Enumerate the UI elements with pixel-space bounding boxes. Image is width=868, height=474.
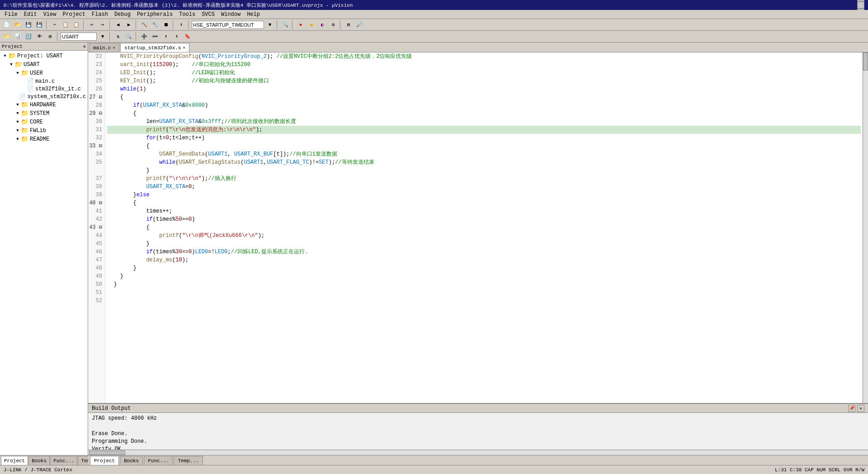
expand-icon[interactable]: ▼ bbox=[14, 111, 21, 116]
expand-icon[interactable]: ▼ bbox=[2, 54, 8, 58]
tree-fwlib-folder[interactable]: ▼ 📁 FWLib bbox=[0, 126, 88, 135]
target-input[interactable] bbox=[192, 21, 264, 29]
stop-button[interactable]: ⏹ bbox=[161, 20, 171, 30]
search-button[interactable]: 🔍 bbox=[280, 20, 290, 30]
code-line-41[interactable]: times++; bbox=[107, 207, 861, 215]
redo-button[interactable]: ↪ bbox=[98, 20, 108, 30]
code-line-27[interactable]: { bbox=[107, 93, 861, 101]
code-content[interactable]: NVIC_PriorityGroupConfig(NVIC_PriorityGr… bbox=[105, 52, 863, 403]
vertical-scrollbar[interactable] bbox=[863, 52, 868, 403]
expand-icon[interactable]: ▼ bbox=[14, 103, 21, 107]
code-line-35[interactable]: while(USART_GetFlagStatus(USART1,USART_F… bbox=[107, 158, 861, 166]
sb-tab-books[interactable]: Books bbox=[28, 456, 50, 465]
down-button[interactable]: ⬇ bbox=[172, 32, 182, 42]
code-line-24[interactable]: LED_Init(); //LED端口初始化 bbox=[107, 69, 861, 77]
code-line-49[interactable]: } bbox=[107, 272, 861, 280]
code-line-29[interactable]: { bbox=[107, 109, 861, 118]
paste-button[interactable]: 📋 bbox=[71, 20, 81, 30]
add-button[interactable]: ➕ bbox=[139, 32, 149, 42]
bookmark-button[interactable]: 🔖 bbox=[183, 32, 193, 42]
bottom-tab-books[interactable]: Books bbox=[120, 456, 143, 465]
rebuild-button[interactable]: 🔧 bbox=[150, 20, 160, 30]
sort-button[interactable]: ⇅ bbox=[113, 32, 123, 42]
code-line-38[interactable]: USART_RX_STA=0; bbox=[107, 183, 861, 191]
tab-main-c[interactable]: main.c ✕ bbox=[89, 43, 119, 52]
save-all-button[interactable]: 💾 bbox=[34, 20, 44, 30]
menu-file[interactable]: File bbox=[2, 11, 20, 18]
ln-40[interactable]: 40 ⊟ bbox=[88, 199, 105, 207]
filter-button[interactable]: 🔍 bbox=[124, 32, 134, 42]
code-line-28[interactable]: if(USART_RX_STA&0x8000) bbox=[107, 101, 861, 109]
start-debug-button[interactable]: ● bbox=[296, 20, 306, 30]
copy-button[interactable]: 📋 bbox=[61, 20, 71, 30]
menu-peripherals[interactable]: Peripherals bbox=[134, 11, 175, 18]
expand-icon[interactable]: ▼ bbox=[14, 71, 21, 76]
download-button[interactable]: ⬇ bbox=[176, 20, 186, 30]
code-line-23[interactable]: uart_init(115200); //串口初始化为115200 bbox=[107, 61, 861, 69]
tab-startup[interactable]: startup_stm32f10x.s ✕ bbox=[120, 43, 189, 52]
up-button[interactable]: ⬆ bbox=[161, 32, 171, 42]
menu-project[interactable]: Project bbox=[60, 11, 88, 18]
run-to-cursor-button[interactable]: ◐ bbox=[317, 20, 327, 30]
build-panel-close-button[interactable]: ✕ bbox=[857, 405, 864, 412]
project-target-input[interactable] bbox=[61, 33, 97, 41]
code-line-26[interactable]: while(1) bbox=[107, 85, 861, 93]
target-options-button[interactable]: ▼ bbox=[265, 20, 275, 30]
tree-project-root[interactable]: ▼ 📁 Project: USART bbox=[0, 52, 88, 60]
sidebar-close-button[interactable]: ✕ bbox=[83, 43, 86, 49]
navigate-forward-button[interactable]: ▶ bbox=[124, 20, 134, 30]
new-file-button[interactable]: 📄 bbox=[2, 20, 12, 30]
scrollbar-thumb[interactable] bbox=[863, 52, 868, 71]
code-line-44[interactable]: printf("\r\n师气(JeckXu666\r\n"); bbox=[107, 232, 861, 240]
open-button[interactable]: 📂 bbox=[13, 20, 23, 30]
tree-hardware-folder[interactable]: ▼ 📁 HARDWARE bbox=[0, 100, 88, 109]
more-btn[interactable]: ⊞ bbox=[45, 32, 55, 42]
code-line-34[interactable]: USART_SendData(USART1, USART_RX_BUF[t]);… bbox=[107, 150, 861, 158]
sb-tab-functions[interactable]: Func... bbox=[50, 456, 77, 465]
code-line-39[interactable]: }else bbox=[107, 191, 861, 199]
remove-button[interactable]: ➖ bbox=[150, 32, 160, 42]
save-button[interactable]: 💾 bbox=[24, 20, 33, 30]
project-target-dropdown[interactable]: ▼ bbox=[98, 32, 108, 42]
tab-close-startup[interactable]: ✕ bbox=[183, 45, 185, 50]
tree-usart-folder[interactable]: ▼ 📁 USART bbox=[0, 60, 88, 69]
expand-icon[interactable]: ▼ bbox=[14, 120, 21, 124]
sb-tab-project[interactable]: Project bbox=[1, 456, 28, 465]
bottom-tab-functions[interactable]: Func... bbox=[144, 456, 173, 465]
build-panel-pin-button[interactable]: 📌 bbox=[848, 405, 855, 412]
ln-29[interactable]: 29 ⊟ bbox=[88, 109, 105, 118]
code-line-32[interactable]: for(t=0;t<len;t++) bbox=[107, 134, 861, 142]
menu-svcs[interactable]: SVCS bbox=[199, 11, 217, 18]
menu-window[interactable]: Window bbox=[218, 11, 243, 18]
tree-main-c[interactable]: 📄 main.c bbox=[0, 77, 88, 85]
bottom-tab-project[interactable]: Project bbox=[90, 456, 119, 465]
menu-help[interactable]: Help bbox=[244, 11, 263, 18]
code-line-42[interactable]: if(times%50==0) bbox=[107, 215, 861, 223]
tree-core-folder[interactable]: ▼ 📁 CORE bbox=[0, 118, 88, 126]
inspect-button[interactable]: 🔎 bbox=[354, 20, 364, 30]
code-line-51[interactable] bbox=[107, 289, 861, 297]
menu-flash[interactable]: Flash bbox=[89, 11, 111, 18]
ln-27[interactable]: 27 ⊟ bbox=[88, 93, 105, 101]
undo-button[interactable]: ↩ bbox=[87, 20, 97, 30]
horizontal-scrollbar[interactable] bbox=[88, 450, 868, 455]
tab-close-main[interactable]: ✕ bbox=[113, 45, 115, 50]
code-line-46[interactable]: if(times%30==0)LED0=!LED0;//闪烁LED,提示系统正在… bbox=[107, 248, 861, 256]
code-container[interactable]: 22 23 24 25 26 27 ⊟ 28 29 ⊟ 30 31 32 33 … bbox=[88, 52, 868, 403]
code-line-40[interactable]: { bbox=[107, 199, 861, 207]
code-line-37[interactable]: printf("\r\n\r\n");//插入换行 bbox=[107, 175, 861, 183]
code-line-22[interactable]: NVIC_PriorityGroupConfig(NVIC_PriorityGr… bbox=[107, 52, 861, 61]
code-line-33[interactable]: { bbox=[107, 142, 861, 150]
bottom-tab-templates[interactable]: Temp... bbox=[174, 456, 203, 465]
menu-view[interactable]: View bbox=[41, 11, 59, 18]
code-line-36[interactable]: } bbox=[107, 166, 861, 175]
debug-settings-button[interactable]: ⚙ bbox=[328, 20, 338, 30]
watch-button[interactable]: 👁 bbox=[34, 32, 44, 42]
expand-icon[interactable]: ▼ bbox=[8, 62, 14, 67]
menu-edit[interactable]: Edit bbox=[21, 11, 40, 18]
code-line-31[interactable]: printf("\r\n您发送的消息为:\r\n\r\n"); bbox=[107, 126, 861, 134]
code-line-47[interactable]: delay_ms(10); bbox=[107, 256, 861, 264]
code-line-50[interactable]: } bbox=[107, 280, 861, 289]
expand-icon[interactable]: ▼ bbox=[14, 128, 21, 133]
menu-tools[interactable]: Tools bbox=[176, 11, 198, 18]
